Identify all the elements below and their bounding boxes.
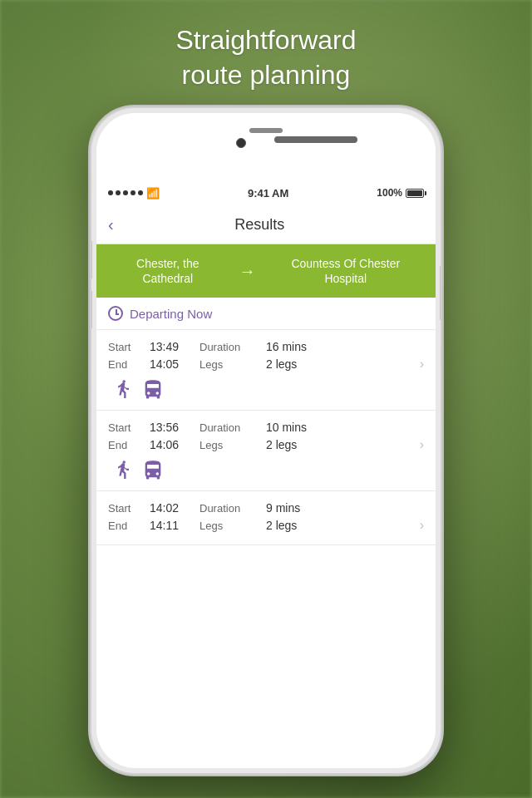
phone-screen: 📶 9:41 AM 100% ‹ Results Chester, the Ca… — [96, 113, 436, 768]
back-button[interactable]: ‹ — [108, 212, 121, 238]
route-3-start-row: Start 14:02 Duration 9 mins — [108, 501, 424, 515]
route-2-start-row: Start 13:56 Duration 10 mins — [108, 421, 424, 434]
start-time-3: 14:02 — [150, 501, 200, 515]
legs-val-1: 2 legs — [266, 357, 420, 371]
clock-icon — [108, 306, 123, 321]
bus-icon-2 — [141, 459, 165, 482]
battery-icon — [406, 189, 424, 198]
signal-dot-3 — [123, 190, 128, 195]
end-label-2: End — [108, 439, 150, 451]
end-label-1: End — [108, 358, 150, 371]
battery-percent: 100% — [377, 187, 402, 199]
status-right: 100% — [377, 187, 424, 199]
transport-icons-2 — [108, 459, 424, 482]
route-2-end-row: End 14:06 Legs 2 legs › — [108, 437, 424, 452]
chevron-right-1: › — [420, 357, 424, 372]
chevron-right-3: › — [420, 518, 424, 533]
signal-dot-2 — [116, 190, 121, 195]
phone-top-hardware — [96, 113, 436, 180]
route-item-1[interactable]: Start 13:49 Duration 16 mins End 14:05 L… — [96, 330, 436, 411]
status-bar: 📶 9:41 AM 100% — [96, 180, 436, 206]
start-label-1: Start — [108, 341, 150, 353]
signal-dot-4 — [131, 190, 135, 195]
walk-icon-2 — [111, 459, 135, 482]
chevron-right-2: › — [420, 437, 424, 452]
battery-fill — [407, 190, 422, 196]
duration-label-1: Duration — [200, 341, 266, 353]
departing-label: Departing Now — [130, 307, 212, 321]
route-arrow-icon: → — [239, 262, 256, 281]
side-button-volume — [91, 291, 92, 328]
route-item-3[interactable]: Start 14:02 Duration 9 mins End 14:11 Le… — [96, 491, 436, 545]
route-1-start-row: Start 13:49 Duration 16 mins — [108, 340, 424, 353]
duration-label-2: Duration — [200, 421, 266, 434]
start-label-3: Start — [108, 502, 150, 515]
route-to: Countess Of Chester Hospital — [269, 256, 422, 286]
duration-label-3: Duration — [200, 502, 266, 515]
headline: Straightforward route planning — [0, 23, 532, 92]
end-label-3: End — [108, 520, 150, 532]
legs-label-1: Legs — [200, 358, 266, 371]
walk-icon-1 — [111, 378, 135, 401]
legs-val-3: 2 legs — [266, 519, 420, 532]
phone-frame: 📶 9:41 AM 100% ‹ Results Chester, the Ca… — [91, 108, 441, 773]
route-1-end-row: End 14:05 Legs 2 legs › — [108, 357, 424, 372]
earpiece — [249, 128, 283, 133]
route-3-end-row: End 14:11 Legs 2 legs › — [108, 518, 424, 533]
side-button-power — [440, 266, 441, 320]
results-list: Start 13:49 Duration 16 mins End 14:05 L… — [96, 330, 436, 545]
side-button-mute — [91, 241, 92, 278]
signal-dot-5 — [138, 190, 143, 195]
end-time-3: 14:11 — [150, 519, 200, 532]
signal-dot-1 — [108, 190, 113, 195]
signal-dots — [108, 190, 143, 195]
headline-line1: Straightforward — [176, 25, 357, 55]
start-label-2: Start — [108, 421, 150, 434]
wifi-icon: 📶 — [146, 187, 160, 200]
headline-line2: route planning — [182, 60, 351, 90]
status-left: 📶 — [108, 187, 160, 200]
route-from: Chester, the Cathedral — [110, 256, 226, 286]
legs-label-2: Legs — [200, 439, 266, 451]
speaker-grill — [274, 136, 357, 143]
departing-header: Departing Now — [96, 298, 436, 330]
end-time-1: 14:05 — [150, 357, 200, 371]
start-time-2: 13:56 — [150, 421, 200, 434]
legs-val-2: 2 legs — [266, 438, 420, 451]
duration-val-1: 16 mins — [266, 340, 424, 353]
duration-val-2: 10 mins — [266, 421, 424, 434]
duration-val-3: 9 mins — [266, 501, 424, 515]
battery-tip — [425, 191, 426, 195]
nav-bar: ‹ Results — [96, 206, 436, 244]
end-time-2: 14:06 — [150, 438, 200, 451]
nav-title: Results — [121, 216, 399, 234]
status-time: 9:41 AM — [160, 187, 377, 200]
transport-icons-1 — [108, 378, 424, 401]
front-camera — [236, 138, 246, 148]
bus-icon-1 — [141, 378, 165, 401]
legs-label-3: Legs — [200, 520, 266, 532]
start-time-1: 13:49 — [150, 340, 200, 353]
route-banner: Chester, the Cathedral → Countess Of Che… — [96, 244, 436, 298]
route-item-2[interactable]: Start 13:56 Duration 10 mins End 14:06 L… — [96, 411, 436, 491]
